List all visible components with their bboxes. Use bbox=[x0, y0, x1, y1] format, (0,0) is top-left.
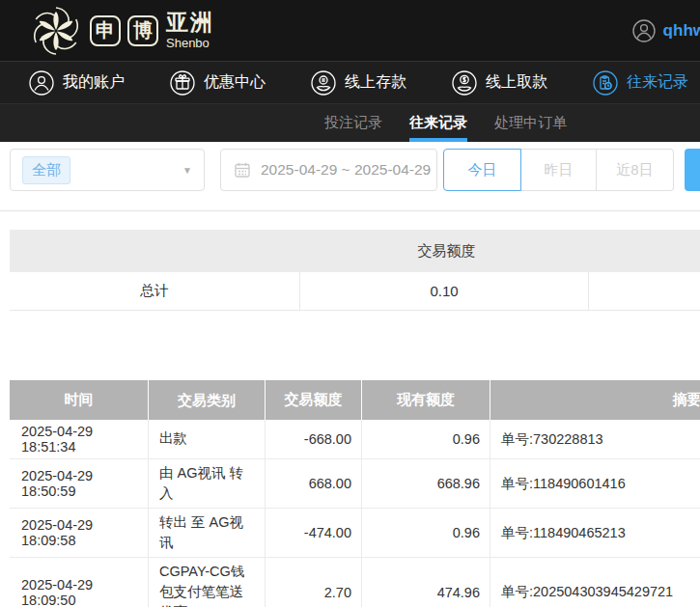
calendar-icon bbox=[234, 161, 251, 179]
table-row: 2025-04-29 18:51:34 出款 -668.00 0.96 单号:7… bbox=[10, 420, 700, 459]
flower-logo-icon bbox=[29, 4, 83, 58]
records-header-row: 时间 交易类别 交易额度 现有额度 摘要 bbox=[10, 380, 700, 420]
col-header-summary: 摘要 bbox=[490, 380, 700, 420]
cell-balance: 0.96 bbox=[362, 420, 490, 458]
table-row: 2025-04-29 18:09:50 CGPAY-CG钱包支付笔笔送优惠 2.… bbox=[10, 558, 700, 607]
cell-time: 2025-04-29 18:51:34 bbox=[10, 420, 149, 458]
cell-amount: -668.00 bbox=[266, 420, 362, 458]
cell-amount: -474.00 bbox=[266, 509, 362, 557]
cell-summary: 单号:118490601416 bbox=[490, 459, 700, 508]
nav-item-promotions[interactable]: 优惠中心 bbox=[170, 70, 266, 96]
records-clipboard-clock-icon bbox=[593, 70, 618, 96]
tab-betting-records[interactable]: 投注记录 bbox=[324, 104, 382, 142]
gift-icon bbox=[170, 70, 195, 96]
date-range-picker[interactable]: 2025-04-29 ~ 2025-04-29 bbox=[220, 149, 437, 191]
logo-char-bo: 博 bbox=[127, 15, 158, 46]
cell-summary: 单号:202504303945429721 bbox=[490, 558, 700, 607]
deposit-coin-hand-icon bbox=[311, 70, 336, 96]
nav-item-online-deposit[interactable]: 线上存款 bbox=[311, 70, 406, 96]
logo-char-shen: 申 bbox=[90, 15, 121, 46]
chevron-down-icon: ▼ bbox=[182, 165, 192, 176]
col-header-time: 时间 bbox=[10, 380, 149, 420]
cell-time: 2025-04-29 18:09:50 bbox=[10, 558, 149, 607]
logo-region-cn: 亚洲 bbox=[166, 12, 214, 34]
brand-logo[interactable]: 申 博 亚洲 Shenbo bbox=[0, 4, 214, 58]
cell-time: 2025-04-29 18:50:59 bbox=[10, 459, 149, 508]
account-user-icon bbox=[29, 70, 54, 96]
top-brand-bar: 申 博 亚洲 Shenbo qhhw bbox=[0, 0, 700, 61]
summary-table: 交易额度 总计 0.10 bbox=[10, 230, 700, 311]
col-header-balance: 现有额度 bbox=[362, 380, 490, 420]
summary-total-label: 总计 bbox=[10, 272, 300, 310]
today-button[interactable]: 今日 bbox=[443, 149, 521, 191]
quick-date-buttons: 今日 昨日 近8日 bbox=[443, 149, 674, 191]
main-navigation: 我的账户 优惠中心 线上存款 bbox=[0, 61, 700, 103]
logo-region-en: Shenbo bbox=[166, 37, 214, 49]
cell-type: 由 AG视讯 转入 bbox=[149, 459, 266, 508]
user-account[interactable]: qhhw bbox=[632, 19, 700, 42]
filter-bar: 全部 ▼ 2025-04-29 ~ 2025-04-29 今日 昨日 近8日 bbox=[0, 142, 700, 210]
selected-type-chip[interactable]: 全部 bbox=[22, 156, 70, 184]
tab-processing-orders[interactable]: 处理中订单 bbox=[494, 104, 567, 142]
cell-amount: 668.00 bbox=[266, 459, 362, 508]
cell-amount: 2.70 bbox=[266, 558, 362, 607]
cell-type: CGPAY-CG钱包支付笔笔送优惠 bbox=[149, 558, 266, 607]
nav-label: 往来记录 bbox=[627, 72, 688, 93]
records-table: 时间 交易类别 交易额度 现有额度 摘要 2025-04-29 18:51:34… bbox=[10, 380, 700, 607]
cell-time: 2025-04-29 18:09:58 bbox=[10, 509, 149, 557]
nav-label: 线上取款 bbox=[486, 72, 547, 93]
avatar-icon bbox=[632, 19, 656, 42]
cell-type: 转出 至 AG视讯 bbox=[149, 509, 266, 557]
col-header-amount: 交易额度 bbox=[266, 380, 362, 420]
search-button[interactable] bbox=[685, 149, 700, 191]
withdraw-dollar-hand-icon bbox=[452, 70, 477, 96]
table-row: 2025-04-29 18:09:58 转出 至 AG视讯 -474.00 0.… bbox=[10, 509, 700, 558]
cell-balance: 668.96 bbox=[362, 459, 490, 508]
summary-total-row: 总计 0.10 bbox=[10, 272, 700, 311]
transaction-type-select[interactable]: 全部 ▼ bbox=[10, 149, 205, 191]
nav-label: 我的账户 bbox=[63, 72, 125, 93]
yesterday-button[interactable]: 昨日 bbox=[521, 149, 597, 191]
cell-balance: 0.96 bbox=[362, 509, 490, 557]
cell-summary: 单号:730228813 bbox=[490, 420, 700, 458]
summary-total-value: 0.10 bbox=[300, 272, 589, 310]
username: qhhw bbox=[663, 21, 700, 41]
summary-empty-cell bbox=[589, 272, 700, 310]
cell-summary: 单号:118490465213 bbox=[490, 509, 700, 557]
records-subnav: 投注记录 往来记录 处理中订单 bbox=[0, 103, 700, 142]
nav-item-transaction-records[interactable]: 往来记录 bbox=[593, 70, 688, 96]
tab-transaction-records[interactable]: 往来记录 bbox=[409, 104, 467, 142]
summary-header: 交易额度 bbox=[10, 230, 700, 272]
logo-region: 亚洲 Shenbo bbox=[166, 12, 214, 49]
nav-item-my-account[interactable]: 我的账户 bbox=[29, 70, 125, 96]
page: 申 博 亚洲 Shenbo qhhw 我的账户 bbox=[0, 0, 700, 607]
cell-type: 出款 bbox=[149, 420, 266, 458]
last-8-days-button[interactable]: 近8日 bbox=[597, 149, 674, 191]
nav-label: 线上存款 bbox=[345, 72, 406, 93]
nav-label: 优惠中心 bbox=[204, 72, 266, 93]
section-divider bbox=[0, 210, 700, 211]
col-header-type: 交易类别 bbox=[149, 380, 266, 420]
date-range-value: 2025-04-29 ~ 2025-04-29 bbox=[261, 161, 431, 179]
nav-item-online-withdrawal[interactable]: 线上取款 bbox=[452, 70, 547, 96]
table-row: 2025-04-29 18:50:59 由 AG视讯 转入 668.00 668… bbox=[10, 459, 700, 509]
cell-balance: 474.96 bbox=[362, 558, 490, 607]
